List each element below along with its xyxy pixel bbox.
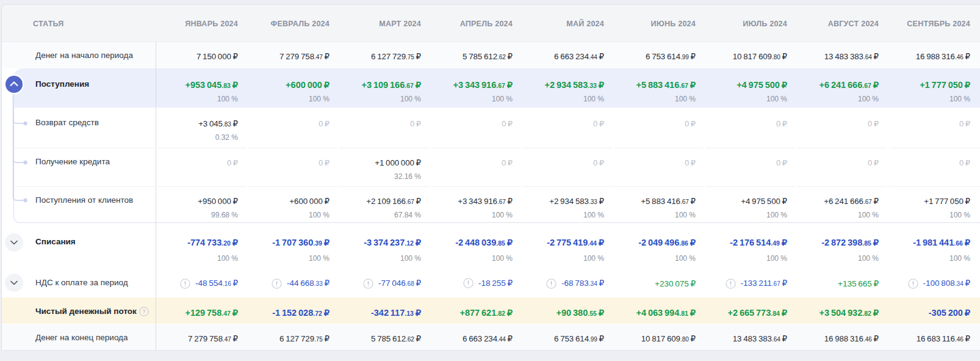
svg-text:?: ? xyxy=(142,308,145,315)
